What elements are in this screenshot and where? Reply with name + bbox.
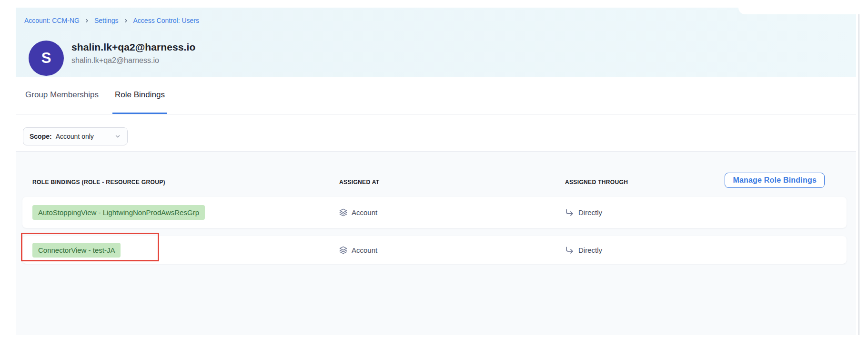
breadcrumb: Account: CCM-NG Settings Access Control:… bbox=[24, 17, 199, 24]
tab-label: Role Bindings bbox=[115, 90, 165, 100]
assigned-at-cell: Account bbox=[339, 236, 377, 264]
assigned-at-value: Account bbox=[352, 208, 377, 217]
column-header-assigned-through: ASSIGNED THROUGH bbox=[565, 179, 628, 186]
assigned-through-value: Directly bbox=[578, 208, 602, 217]
breadcrumb-settings-link[interactable]: Settings bbox=[94, 17, 119, 24]
assigned-at-cell: Account bbox=[339, 197, 377, 228]
highlight-rectangle bbox=[21, 233, 159, 261]
tab-label: Group Memberships bbox=[25, 90, 99, 100]
table-row: AutoStoppingView - LightwingNonProdAwsRe… bbox=[22, 197, 847, 228]
scope-dropdown-value: Account only bbox=[56, 133, 94, 140]
chevron-down-icon bbox=[114, 133, 121, 140]
tab-group-memberships[interactable]: Group Memberships bbox=[23, 77, 101, 114]
avatar: S bbox=[29, 41, 64, 76]
breadcrumb-account-link[interactable]: Account: CCM-NG bbox=[24, 17, 80, 24]
layers-icon bbox=[339, 208, 347, 217]
scope-dropdown[interactable]: Scope: Account only bbox=[23, 127, 128, 145]
corner-down-right-arrow-icon bbox=[565, 246, 574, 255]
assigned-at-value: Account bbox=[352, 246, 377, 254]
avatar-initial: S bbox=[41, 50, 51, 67]
assigned-through-value: Directly bbox=[578, 246, 602, 254]
role-binding-cell: AutoStoppingView - LightwingNonProdAwsRe… bbox=[32, 197, 205, 228]
tab-role-bindings[interactable]: Role Bindings bbox=[112, 77, 167, 114]
assigned-through-cell: Directly bbox=[565, 236, 602, 264]
breadcrumb-chevron-icon bbox=[123, 18, 129, 23]
column-header-role-bindings: ROLE BINDINGS (ROLE - RESOURCE GROUP) bbox=[32, 179, 165, 186]
tab-bar: Group Memberships Role Bindings bbox=[16, 77, 856, 114]
corner-down-right-arrow-icon bbox=[565, 208, 574, 217]
layers-icon bbox=[339, 246, 347, 254]
top-right-overlay-card bbox=[738, 0, 859, 14]
role-binding-badge: AutoStoppingView - LightwingNonProdAwsRe… bbox=[32, 205, 205, 220]
column-header-assigned-at: ASSIGNED AT bbox=[339, 179, 380, 186]
page-title: shalin.lk+qa2@harness.io bbox=[71, 41, 195, 53]
assigned-through-cell: Directly bbox=[565, 197, 602, 228]
breadcrumb-access-control-link[interactable]: Access Control: Users bbox=[133, 17, 199, 24]
breadcrumb-chevron-icon bbox=[84, 18, 90, 23]
role-bindings-table: ROLE BINDINGS (ROLE - RESOURCE GROUP) AS… bbox=[16, 151, 856, 335]
manage-role-bindings-button[interactable]: Manage Role Bindings bbox=[725, 173, 825, 188]
panel-right-edge bbox=[858, 8, 859, 335]
user-detail-panel: Account: CCM-NG Settings Access Control:… bbox=[16, 8, 856, 335]
scope-dropdown-label: Scope: bbox=[30, 133, 52, 140]
filter-bar: Scope: Account only bbox=[16, 114, 856, 151]
user-email: shalin.lk+qa2@harness.io bbox=[71, 56, 159, 65]
user-header: Account: CCM-NG Settings Access Control:… bbox=[16, 8, 856, 77]
